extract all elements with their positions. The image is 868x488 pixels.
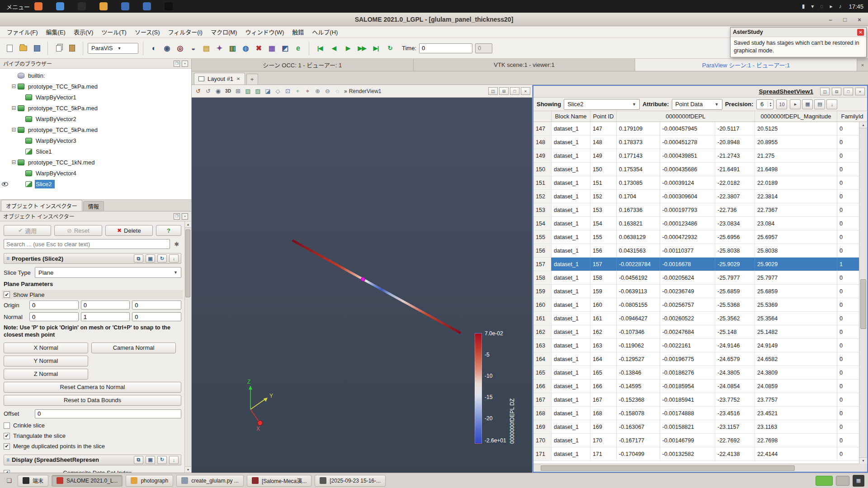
table-cell[interactable]: 0	[837, 339, 859, 352]
scroll-up-icon[interactable]: ▲	[185, 221, 191, 228]
location-icon[interactable]: ▸	[830, 3, 832, 9]
camera-normal-button[interactable]: Camera Normal	[91, 343, 176, 353]
globe-icon[interactable]: ◍	[240, 42, 252, 54]
table-cell[interactable]: 154	[533, 217, 552, 230]
table-cell[interactable]: -0.14595	[617, 380, 660, 393]
table-cell[interactable]: 25.8038	[755, 244, 837, 257]
table-row[interactable]: 163dataset_1163-0.119062-0.0022161-24.91…	[533, 339, 859, 352]
column-header-depl-magnitude[interactable]: 0000000fDEPL_Magnitude	[755, 111, 837, 122]
table-cell[interactable]: -25.6956	[715, 230, 755, 244]
column-header-depl[interactable]: 0000000fDEPL	[617, 111, 755, 122]
split-vertical-icon[interactable]: ⊟	[499, 87, 509, 95]
scroll-down-icon[interactable]: ▼	[859, 457, 867, 464]
taskbar-terminal[interactable]: 端末	[18, 475, 48, 487]
reset-session-icon[interactable]: ↺	[193, 86, 203, 96]
table-cell[interactable]: dataset_1	[552, 393, 590, 406]
table-cell[interactable]: dataset_1	[552, 366, 590, 379]
table-row[interactable]: 164dataset_1164-0.129527-0.00196775-24.6…	[533, 352, 859, 366]
paste-button[interactable]	[66, 42, 78, 54]
menu-item[interactable]: 編集(E)	[42, 26, 70, 38]
split-vertical-icon[interactable]: ⊟	[832, 88, 841, 95]
search-input[interactable]	[4, 239, 170, 249]
table-cell[interactable]: 167	[590, 393, 617, 406]
table-cell[interactable]: 0	[837, 447, 859, 460]
tab-layout-1[interactable]: Layout #1 ✕	[194, 73, 245, 84]
battery-icon[interactable]: ▮	[802, 3, 805, 9]
scroll-up-icon[interactable]: ▲	[859, 122, 867, 128]
viewer-tab-close-icon[interactable]: ×	[857, 59, 868, 71]
table-cell[interactable]: 166	[533, 380, 552, 393]
table-cell[interactable]: -0.000439851	[660, 149, 715, 162]
taskbar-gray-applet[interactable]	[836, 476, 849, 486]
table-cell[interactable]: -0.163067	[617, 420, 660, 433]
select-frustum-cells-icon[interactable]: ◪	[263, 86, 273, 96]
table-cell[interactable]: 21.275	[755, 149, 837, 162]
menu-item[interactable]: ヘルプ(H)	[308, 26, 342, 38]
vcr-last-button[interactable]: ▶|	[370, 42, 382, 54]
table-row[interactable]: 167dataset_1167-0.152368-0.00185941-23.7…	[533, 393, 859, 407]
glyph-filter-icon[interactable]: ✦	[213, 42, 226, 54]
row-index-header[interactable]	[533, 111, 552, 122]
pipeline-item[interactable]: Slice2	[0, 178, 191, 189]
precision-spinbox[interactable]: 6 ▲▼	[756, 99, 774, 109]
table-cell[interactable]: -20.8948	[715, 136, 755, 149]
split-horizontal-icon[interactable]: ◫	[488, 87, 498, 95]
origin-x-input[interactable]	[29, 300, 79, 310]
table-cell[interactable]: -23.7752	[715, 393, 755, 406]
table-cell[interactable]: -0.00185941	[660, 393, 715, 406]
pipeline-item[interactable]: builtin:	[0, 70, 191, 81]
table-row[interactable]: 165dataset_1165-0.13846-0.00186276-24.38…	[533, 366, 859, 380]
terminal-icon[interactable]	[78, 2, 86, 10]
dock-close-icon[interactable]: ×	[182, 61, 188, 67]
table-row[interactable]: 153dataset_11530.167336-0.000197793-22.7…	[533, 203, 859, 217]
table-cell[interactable]: 25.5369	[755, 298, 837, 311]
table-cell[interactable]: -0.158078	[617, 407, 660, 420]
spin-down-icon[interactable]: ▼	[769, 104, 772, 107]
table-cell[interactable]: 24.3809	[755, 366, 837, 379]
menu-item[interactable]: 表示(V)	[70, 26, 97, 38]
layout-tab-close-icon[interactable]: ✕	[236, 76, 240, 81]
table-cell[interactable]: 0	[837, 420, 859, 433]
table-cell[interactable]: 164	[533, 352, 552, 366]
table-cell[interactable]: -0.0805155	[617, 298, 660, 311]
pipeline-item[interactable]: WarpByVector1	[0, 92, 191, 103]
table-cell[interactable]: -23.0834	[715, 217, 755, 230]
table-cell[interactable]: 153	[590, 203, 617, 216]
table-cell[interactable]: 0	[837, 176, 859, 189]
table-cell[interactable]: 150	[533, 163, 552, 176]
table-cell[interactable]: 23.1163	[755, 420, 837, 433]
vcr-play-button[interactable]: ▶	[342, 42, 354, 54]
table-cell[interactable]: 22.0189	[755, 176, 837, 189]
table-cell[interactable]: 0	[837, 217, 859, 230]
sphere-source-icon[interactable]: ◐	[148, 42, 160, 54]
table-cell[interactable]: -23.4516	[715, 407, 755, 420]
inspector-scrollbar[interactable]: ▲ ▼	[184, 221, 191, 473]
toggle-column-visibility-icon[interactable]: ▦	[802, 99, 813, 109]
table-cell[interactable]: 0	[837, 380, 859, 393]
table-row[interactable]: 152dataset_11520.1704-0.000309604-22.380…	[533, 190, 859, 203]
table-cell[interactable]: -0.00174888	[660, 407, 715, 420]
table-cell[interactable]: 161	[590, 312, 617, 325]
table-cell[interactable]: dataset_1	[552, 339, 590, 352]
table-cell[interactable]: 148	[590, 136, 617, 149]
table-cell[interactable]: dataset_1	[552, 312, 590, 325]
table-cell[interactable]: -25.3562	[715, 312, 755, 325]
table-row[interactable]: 158dataset_1158-0.0456192-0.00205624-25.…	[533, 271, 859, 285]
table-cell[interactable]: 162	[590, 325, 617, 338]
table-cell[interactable]: dataset_1	[552, 149, 590, 162]
table-row[interactable]: 156dataset_11560.0431563-0.00110377-25.8…	[533, 244, 859, 258]
table-cell[interactable]: 170	[590, 434, 617, 447]
table-cell[interactable]: 22.7367	[755, 203, 837, 216]
menu-item[interactable]: ツール(T)	[97, 26, 131, 38]
table-cell[interactable]: 24.9149	[755, 339, 837, 352]
table-cell[interactable]: 167	[533, 393, 552, 406]
software-center-icon[interactable]	[56, 2, 64, 10]
table-cell[interactable]: -22.7692	[715, 434, 755, 447]
table-row[interactable]: 166dataset_1166-0.14595-0.00185954-24.08…	[533, 380, 859, 393]
dock-close-icon[interactable]: ×	[182, 213, 188, 220]
maximize-view-icon[interactable]: □	[844, 88, 853, 95]
table-cell[interactable]: 166	[590, 380, 617, 393]
pipeline-item[interactable]: WarpByVector3	[0, 135, 191, 146]
table-cell[interactable]: 25.6859	[755, 285, 837, 298]
table-cell[interactable]: 149	[533, 149, 552, 162]
